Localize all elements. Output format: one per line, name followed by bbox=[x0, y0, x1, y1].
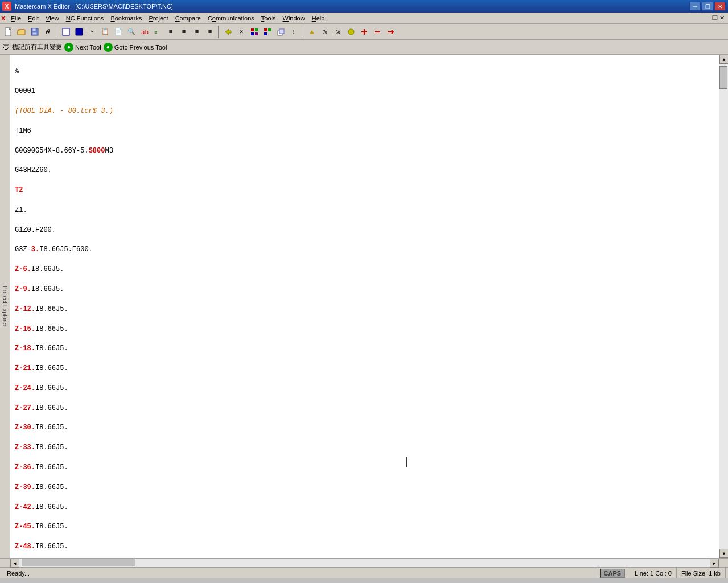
scroll-left-btn[interactable]: ◀ bbox=[10, 559, 19, 568]
code-line-20: Z-33.I8.66J5. bbox=[15, 443, 714, 453]
svg-rect-4 bbox=[32, 28, 36, 31]
print-button[interactable]: 🖨 bbox=[42, 26, 54, 38]
window-controls: ─ ❐ ✕ bbox=[689, 2, 726, 11]
editor-area[interactable]: % O0001 (TOOL DIA. - 80.tcr$ 3.) T1M6 G0… bbox=[10, 55, 719, 558]
status-caps: CAPS bbox=[595, 568, 631, 578]
tb-btn-4[interactable]: 📋 bbox=[99, 26, 112, 38]
menu-tools[interactable]: Tools bbox=[258, 14, 279, 23]
h-scroll-thumb[interactable] bbox=[22, 559, 135, 566]
main-area: Project Explorer % O0001 (TOOL DIA. - 80… bbox=[0, 55, 728, 558]
tb-btn-19[interactable] bbox=[306, 26, 318, 38]
code-line-13: Z-12.I8.66J5. bbox=[15, 305, 714, 314]
menu-project[interactable]: Project bbox=[145, 14, 171, 23]
tb-btn-10[interactable]: ≡ bbox=[178, 26, 190, 38]
svg-rect-14 bbox=[255, 32, 258, 35]
h-scroll-left-spacer bbox=[0, 559, 10, 567]
shield-icon: 🛡 bbox=[2, 43, 10, 52]
menu-nc-functions[interactable]: NC Functions bbox=[63, 14, 108, 23]
code-line-8: Z1. bbox=[15, 206, 714, 215]
tb-btn-7[interactable]: abc bbox=[138, 26, 151, 38]
app-icon: X bbox=[2, 2, 11, 11]
toolbar-sep2 bbox=[218, 26, 220, 38]
code-line-9: G1Z0.F200. bbox=[15, 225, 714, 235]
secondary-toolbar: 🛡 標記所有工具變更 ● Next Tool ● Goto Previous T… bbox=[0, 40, 728, 55]
code-line-21: Z-36.I8.66J5. bbox=[15, 463, 714, 473]
code-line-17: Z-24.I8.66J5. bbox=[15, 384, 714, 393]
tb-btn-8[interactable]: ≡ bbox=[151, 26, 164, 38]
menu-help[interactable]: Help bbox=[309, 14, 328, 23]
project-explorer-sidebar[interactable]: Project Explorer bbox=[0, 55, 10, 558]
menu-communications[interactable]: Communications bbox=[204, 14, 258, 23]
tb-btn-21[interactable]: % bbox=[332, 26, 344, 38]
minimize-button[interactable]: ─ bbox=[689, 2, 701, 11]
scroll-right-btn[interactable]: ▶ bbox=[710, 559, 719, 568]
mark-all-tools-btn[interactable]: 🛡 標記所有工具變更 bbox=[2, 43, 62, 52]
code-line-3: (TOOL DIA. - 80.tcr$ 3.) bbox=[15, 106, 714, 116]
tb-btn-18[interactable]: ! bbox=[287, 26, 300, 38]
tb-btn-1[interactable] bbox=[60, 26, 72, 38]
svg-text:abc: abc bbox=[141, 29, 149, 36]
next-tool-btn[interactable]: ● Next Tool bbox=[64, 43, 101, 52]
tb-btn-11[interactable]: ≡ bbox=[191, 26, 203, 38]
close-button[interactable]: ✕ bbox=[714, 2, 726, 11]
sidebar-label: Project Explorer bbox=[2, 286, 8, 326]
svg-rect-7 bbox=[76, 28, 83, 35]
tb-btn-12[interactable]: ≡ bbox=[204, 26, 216, 38]
tb-btn-9[interactable]: ≡ bbox=[164, 26, 177, 38]
tb-btn-24[interactable] bbox=[371, 26, 384, 38]
tb-btn-13[interactable] bbox=[222, 26, 235, 38]
tb-btn-2[interactable] bbox=[73, 26, 85, 38]
tb-btn-16[interactable] bbox=[261, 26, 274, 38]
h-scroll-right-spacer bbox=[719, 559, 728, 567]
save-button[interactable] bbox=[28, 26, 41, 38]
goto-prev-tool-icon: ● bbox=[104, 43, 113, 52]
tb-btn-3[interactable]: ✂ bbox=[86, 26, 98, 38]
menu-bar: X File Edit View NC Functions Bookmarks … bbox=[0, 13, 728, 24]
code-line-24: Z-45.I8.66J5. bbox=[15, 522, 714, 532]
vertical-scrollbar[interactable]: ▲ ▼ bbox=[719, 55, 728, 558]
goto-prev-tool-btn[interactable]: ● Goto Previous Tool bbox=[104, 43, 167, 52]
open-button[interactable] bbox=[15, 26, 28, 38]
mark-all-tools-label: 標記所有工具變更 bbox=[12, 43, 62, 51]
menu-compare[interactable]: Compare bbox=[172, 14, 204, 23]
code-line-18: Z-27.I8.66J5. bbox=[15, 404, 714, 413]
scroll-up-btn[interactable]: ▲ bbox=[719, 55, 728, 64]
tb-btn-23[interactable] bbox=[358, 26, 371, 38]
window-title: Mastercam X Editor - [C:\USERS\MACI\DESK… bbox=[15, 3, 689, 10]
code-line-2: O0001 bbox=[15, 87, 714, 96]
tb-btn-22[interactable] bbox=[345, 26, 357, 38]
tb-btn-5[interactable]: 📄 bbox=[112, 26, 125, 38]
toolbar-sep1 bbox=[56, 26, 58, 38]
status-file-size: File Size: 1 kb bbox=[677, 568, 726, 578]
tb-btn-25[interactable] bbox=[384, 26, 397, 38]
scroll-thumb[interactable] bbox=[719, 66, 727, 89]
menu-bookmarks[interactable]: Bookmarks bbox=[107, 14, 145, 23]
tb-btn-17[interactable] bbox=[274, 26, 287, 38]
menu-view[interactable]: View bbox=[42, 14, 63, 23]
scroll-down-btn[interactable]: ▼ bbox=[719, 549, 728, 558]
tb-btn-14[interactable]: ✕ bbox=[235, 26, 248, 38]
tb-btn-20[interactable]: % bbox=[319, 26, 331, 38]
title-bar: X Mastercam X Editor - [C:\USERS\MACI\DE… bbox=[0, 0, 728, 13]
svg-rect-17 bbox=[264, 32, 267, 35]
menu-file[interactable]: File bbox=[7, 14, 24, 23]
menu-edit[interactable]: Edit bbox=[24, 14, 42, 23]
caps-indicator: CAPS bbox=[600, 569, 626, 578]
tb-btn-15[interactable] bbox=[248, 26, 261, 38]
menu-window[interactable]: Window bbox=[279, 14, 309, 23]
editor-content[interactable]: % O0001 (TOOL DIA. - 80.tcr$ 3.) T1M6 G0… bbox=[10, 55, 719, 558]
code-line-12: Z-9.I8.66J5. bbox=[15, 285, 714, 294]
code-line-14: Z-15.I8.66J5. bbox=[15, 325, 714, 334]
toolbar-sep3 bbox=[302, 26, 304, 38]
new-button[interactable] bbox=[2, 26, 15, 38]
menu-right-controls: ─ ❐ ✕ bbox=[706, 14, 727, 22]
svg-rect-6 bbox=[63, 28, 69, 35]
horizontal-scrollbar[interactable]: ◀ ▶ bbox=[0, 558, 728, 567]
scroll-track[interactable] bbox=[719, 64, 728, 549]
code-line-1: % bbox=[15, 67, 714, 76]
restore-button[interactable]: ❐ bbox=[702, 2, 713, 11]
tb-btn-6[interactable]: 🔍 bbox=[125, 26, 138, 38]
h-scroll-track[interactable] bbox=[19, 559, 710, 567]
code-line-25: Z-48.I8.66J5. bbox=[15, 542, 714, 552]
status-bar: Ready... CAPS Line: 1 Col: 0 File Size: … bbox=[0, 567, 728, 578]
